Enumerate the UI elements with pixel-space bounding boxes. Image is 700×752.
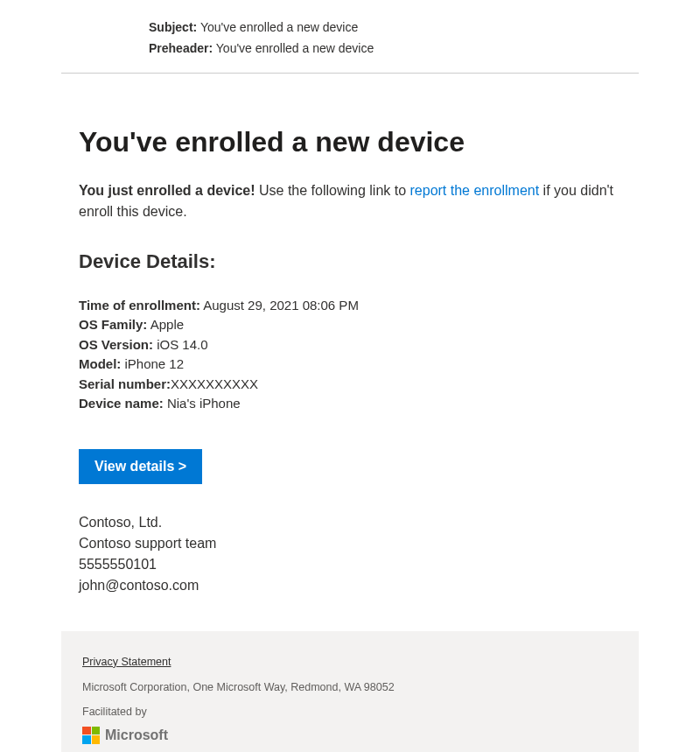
- detail-device-name: Device name: Nia's iPhone: [79, 394, 621, 414]
- detail-os-version: OS Version: iOS 14.0: [79, 335, 621, 355]
- privacy-link[interactable]: Privacy Statement: [82, 656, 171, 668]
- detail-model-label: Model:: [79, 356, 121, 371]
- intro-paragraph: You just enrolled a device! Use the foll…: [79, 180, 621, 222]
- preheader-value: You've enrolled a new device: [216, 41, 374, 55]
- detail-os-family-value: Apple: [147, 317, 184, 332]
- contact-team: Contoso support team: [79, 533, 621, 554]
- detail-time-value: August 29, 2021 08:06 PM: [200, 298, 359, 313]
- detail-model: Model: iPhone 12: [79, 355, 621, 375]
- detail-serial-value: XXXXXXXXXX: [171, 376, 258, 391]
- ms-square-red: [82, 727, 91, 735]
- detail-serial: Serial number:XXXXXXXXXX: [79, 375, 621, 395]
- subject-row: Subject: You've enrolled a new device: [149, 18, 551, 39]
- detail-time-label: Time of enrollment:: [79, 298, 200, 313]
- contact-block: Contoso, Ltd. Contoso support team 55555…: [79, 512, 621, 596]
- microsoft-brand-name: Microsoft: [105, 727, 168, 743]
- microsoft-squares-icon: [82, 727, 100, 744]
- detail-time: Time of enrollment: August 29, 2021 08:0…: [79, 296, 621, 316]
- view-details-button[interactable]: View details >: [79, 449, 202, 484]
- detail-serial-label: Serial number:: [79, 376, 171, 391]
- ms-square-yellow: [92, 735, 101, 744]
- detail-model-value: iPhone 12: [121, 356, 184, 371]
- contact-company: Contoso, Ltd.: [79, 512, 621, 533]
- preheader-label: Preheader:: [149, 41, 213, 55]
- ms-square-green: [92, 727, 101, 735]
- device-details-list: Time of enrollment: August 29, 2021 08:0…: [79, 296, 621, 414]
- report-enrollment-link[interactable]: report the enrollment: [410, 183, 540, 198]
- device-details-heading: Device Details:: [79, 250, 621, 273]
- footer-address: Microsoft Corporation, One Microsoft Way…: [82, 681, 618, 693]
- detail-os-version-label: OS Version:: [79, 337, 153, 352]
- subject-label: Subject:: [149, 20, 197, 34]
- page-title: You've enrolled a new device: [79, 126, 621, 158]
- intro-before-link: Use the following link to: [256, 183, 410, 198]
- footer: Privacy Statement Microsoft Corporation,…: [61, 631, 639, 752]
- email-meta-header: Subject: You've enrolled a new device Pr…: [61, 0, 639, 74]
- subject-value: You've enrolled a new device: [200, 20, 358, 34]
- contact-email: john@contoso.com: [79, 575, 621, 596]
- detail-device-name-value: Nia's iPhone: [164, 396, 241, 411]
- preheader-row: Preheader: You've enrolled a new device: [149, 39, 551, 60]
- detail-os-version-value: iOS 14.0: [153, 337, 208, 352]
- footer-facilitated: Facilitated by: [82, 706, 618, 718]
- email-body: You've enrolled a new device You just en…: [0, 74, 700, 631]
- detail-device-name-label: Device name:: [79, 396, 164, 411]
- detail-os-family-label: OS Family:: [79, 317, 147, 332]
- contact-phone: 5555550101: [79, 554, 621, 575]
- microsoft-logo: Microsoft: [82, 727, 618, 744]
- intro-bold: You just enrolled a device!: [79, 183, 256, 198]
- detail-os-family: OS Family: Apple: [79, 315, 621, 335]
- ms-square-blue: [82, 735, 91, 744]
